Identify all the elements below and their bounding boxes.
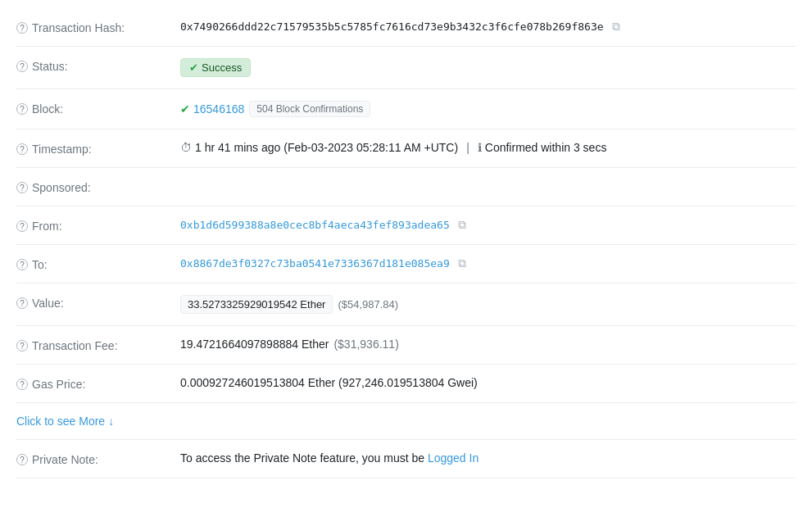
gas-price-text: 0.000927246019513804 Ether (927,246.0195… (180, 376, 478, 389)
fee-ether-text: 19.4721664097898884 Ether (180, 338, 329, 351)
value-label-text: Value: (32, 297, 64, 310)
logged-in-link[interactable]: Logged In (428, 451, 479, 465)
transaction-hash-label: ? Transaction Hash: (16, 20, 180, 34)
timestamp-help-icon[interactable]: ? (16, 143, 28, 155)
clock-icon: ⏱ (180, 141, 192, 154)
status-badge: ✔ Success (180, 58, 251, 77)
private-note-label-text: Private Note: (32, 453, 98, 466)
from-address-link[interactable]: 0xb1d6d599388a8e0cec8bf4aeca43fef893adea… (180, 219, 450, 231)
value-row: ? Value: 33.5273325929019542 Ether ($54,… (16, 283, 796, 326)
timestamp-row: ? Timestamp: ⏱ 1 hr 41 mins ago (Feb-03-… (16, 129, 796, 168)
transaction-fee-label-text: Transaction Fee: (32, 339, 118, 352)
block-number-text: 16546168 (193, 102, 244, 116)
transaction-hash-label-text: Transaction Hash: (32, 21, 125, 34)
from-label-text: From: (32, 220, 62, 233)
status-label: ? Status: (16, 58, 180, 73)
sponsored-help-icon[interactable]: ? (16, 182, 28, 193)
to-label-text: To: (32, 258, 48, 271)
timestamp-ago-text: ⏱ 1 hr 41 mins ago (Feb-03-2023 05:28:11… (180, 141, 458, 154)
private-note-row: ? Private Note: To access the Private No… (16, 440, 796, 478)
to-value: 0x8867de3f0327c73ba0541e7336367d181e085e… (180, 256, 796, 270)
copy-to-icon[interactable]: ⧉ (458, 256, 466, 270)
from-value: 0xb1d6d599388a8e0cec8bf4aeca43fef893adea… (180, 218, 796, 232)
sponsored-row: ? Sponsored: (16, 168, 796, 206)
gas-price-value: 0.000927246019513804 Ether (927,246.0195… (180, 376, 796, 389)
block-value: ✔ 16546168 504 Block Confirmations (180, 101, 796, 117)
confirmed-info-icon: ℹ (478, 141, 482, 154)
timestamp-value: ⏱ 1 hr 41 mins ago (Feb-03-2023 05:28:11… (180, 141, 796, 154)
gas-price-label-text: Gas Price: (32, 378, 85, 391)
timestamp-label-text: Timestamp: (32, 143, 92, 156)
private-note-label: ? Private Note: (16, 451, 180, 466)
from-row: ? From: 0xb1d6d599388a8e0cec8bf4aeca43fe… (16, 206, 796, 245)
block-check-icon: ✔ (180, 102, 190, 116)
transaction-fee-label: ? Transaction Fee: (16, 338, 180, 352)
timestamp-datetime: (Feb-03-2023 05:28:11 AM +UTC) (284, 141, 458, 154)
click-more-text: Click to see More (16, 415, 105, 428)
transaction-hash-help-icon[interactable]: ? (16, 22, 28, 34)
transaction-hash-row: ? Transaction Hash: 0x7490266ddd22c71579… (16, 8, 796, 47)
sponsored-label: ? Sponsored: (16, 179, 180, 194)
block-label-text: Block: (32, 102, 63, 116)
confirmed-within-text: Confirmed within 3 secs (485, 141, 607, 154)
transaction-hash-value: 0x7490266ddd22c71579535b5c5785fc7616cd73… (180, 20, 796, 34)
private-note-help-icon[interactable]: ? (16, 454, 28, 465)
gas-price-label: ? Gas Price: (16, 376, 180, 391)
value-label: ? Value: (16, 295, 180, 310)
copy-from-icon[interactable]: ⧉ (458, 218, 466, 232)
click-more-link[interactable]: Click to see More ↓ (16, 403, 796, 440)
block-number-link[interactable]: ✔ 16546168 (180, 102, 244, 116)
status-row: ? Status: ✔ Success (16, 47, 796, 89)
to-label: ? To: (16, 256, 180, 271)
to-address-link[interactable]: 0x8867de3f0327c73ba0541e7336367d181e085e… (180, 257, 450, 270)
value-value: 33.5273325929019542 Ether ($54,987.84) (180, 295, 796, 314)
gas-price-help-icon[interactable]: ? (16, 379, 28, 390)
transaction-fee-value: 19.4721664097898884 Ether ($31,936.11) (180, 338, 796, 351)
block-label: ? Block: (16, 101, 180, 116)
sponsored-label-text: Sponsored: (32, 181, 91, 194)
gas-price-row: ? Gas Price: 0.000927246019513804 Ether … (16, 365, 796, 403)
to-help-icon[interactable]: ? (16, 259, 28, 270)
value-ether-badge: 33.5273325929019542 Ether (180, 295, 333, 314)
from-label: ? From: (16, 218, 180, 233)
block-help-icon[interactable]: ? (16, 103, 28, 115)
status-label-text: Status: (32, 60, 68, 73)
private-note-value: To access the Private Note feature, you … (180, 451, 796, 465)
confirmed-text: ℹ Confirmed within 3 secs (478, 141, 607, 154)
status-help-icon[interactable]: ? (16, 61, 28, 72)
copy-hash-icon[interactable]: ⧉ (612, 20, 620, 34)
fee-usd-text: ($31,936.11) (333, 338, 398, 351)
timestamp-ago: 1 hr 41 mins ago (195, 141, 280, 154)
timestamp-separator: | (466, 141, 470, 154)
status-value: ✔ Success (180, 58, 796, 77)
status-check-icon: ✔ (189, 61, 198, 74)
transaction-hash-text: 0x7490266ddd22c71579535b5c5785fc7616cd73… (180, 20, 604, 33)
block-row: ? Block: ✔ 16546168 504 Block Confirmati… (16, 89, 796, 129)
transaction-fee-help-icon[interactable]: ? (16, 340, 28, 351)
value-help-icon[interactable]: ? (16, 297, 28, 309)
timestamp-label: ? Timestamp: (16, 141, 180, 156)
transaction-fee-row: ? Transaction Fee: 19.4721664097898884 E… (16, 326, 796, 365)
private-note-description: To access the Private Note feature, you … (180, 451, 479, 465)
private-note-text-content: To access the Private Note feature, you … (180, 451, 424, 465)
value-usd: ($54,987.84) (338, 298, 398, 311)
status-badge-text: Success (202, 61, 242, 74)
block-confirmations-badge: 504 Block Confirmations (249, 101, 370, 117)
arrow-down-icon: ↓ (108, 415, 114, 428)
from-help-icon[interactable]: ? (16, 220, 28, 232)
to-row: ? To: 0x8867de3f0327c73ba0541e7336367d18… (16, 245, 796, 283)
